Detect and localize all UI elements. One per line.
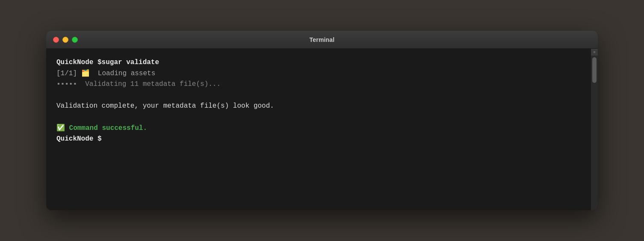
success-text: Command successful. (69, 124, 147, 132)
scrollbar[interactable]: ≡ (591, 49, 598, 210)
line-loading: [1/1] 🗂️ Loading assets (56, 68, 581, 79)
terminal-body: QuickNode $sugar validate [1/1] 🗂️ Loadi… (46, 49, 598, 210)
traffic-lights (53, 37, 78, 43)
line-prompt: QuickNode $ (56, 134, 581, 145)
terminal-content[interactable]: QuickNode $sugar validate [1/1] 🗂️ Loadi… (46, 49, 591, 210)
success-icon: ✅ (56, 124, 69, 132)
line-validating: ▪▪▪▪▪ Validating 11 metadata file(s)... (56, 79, 581, 90)
line-command-1: QuickNode $sugar validate (56, 57, 581, 68)
close-button[interactable] (53, 37, 59, 43)
window-title: Terminal (310, 36, 335, 43)
minimize-button[interactable] (62, 37, 68, 43)
line-validation-complete: Validation complete, your metadata file(… (56, 101, 581, 112)
titlebar: Terminal (46, 31, 598, 49)
empty-line-2 (56, 112, 581, 123)
scrollbar-top-arrow[interactable]: ≡ (591, 49, 598, 56)
empty-line-1 (56, 90, 581, 101)
terminal-window: Terminal QuickNode $sugar validate [1/1]… (46, 31, 598, 210)
maximize-button[interactable] (72, 37, 78, 43)
line-success: ✅ Command successful. (56, 123, 581, 134)
scrollbar-thumb[interactable] (592, 57, 597, 83)
